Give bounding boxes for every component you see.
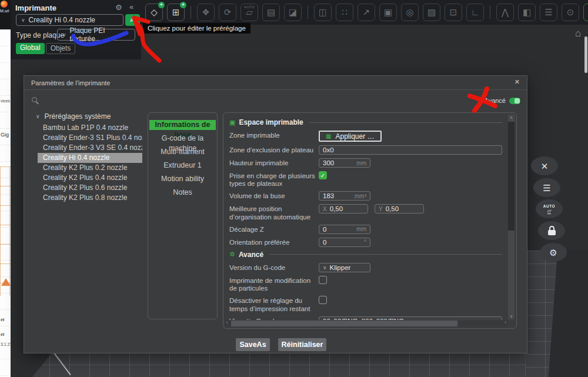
settings-tab-g-code-de-la-machine[interactable]: G-code de la machine <box>149 134 216 144</box>
setting-control: 300mm <box>319 158 502 168</box>
horizontal-scroll-thumb[interactable] <box>231 321 457 326</box>
plate-type-dropdown[interactable]: ∨ Plaque PEI texturée <box>57 29 135 41</box>
setting-label: Imprimante de modification de particules <box>229 276 319 292</box>
preset-item[interactable]: Creality K2 Plus 0.2 nozzle <box>38 163 142 173</box>
scroll-right-icon[interactable]: › <box>505 320 506 325</box>
field-value: 0 <box>323 239 326 246</box>
toolbar-layers-button[interactable]: ☰ <box>540 4 557 21</box>
preset-item[interactable]: Creality Ender-3 V3 SE 0.4 nozzle <box>38 143 142 153</box>
setting-label: Orientation préférée <box>229 238 319 246</box>
preset-group[interactable]: ∨ Préréglages système <box>32 111 156 123</box>
preset-item[interactable]: Creality K2 Plus 0.6 nozzle <box>38 183 142 193</box>
axis-field[interactable]: X0,50 <box>319 204 368 213</box>
toolbar-primitive-cylinder-button[interactable]: ◎ <box>401 4 419 21</box>
setting-control: 0x0 <box>319 145 502 155</box>
scroll-left-icon[interactable]: ‹ <box>226 320 228 325</box>
number-field[interactable]: 300mm <box>319 158 370 168</box>
settings-button[interactable]: ⚙ <box>540 243 567 262</box>
setting-row: Vignette G-code96x96/PNG, 300x300/PNG <box>229 316 502 320</box>
printer-settings-dialog: Paramètres de l’imprimante ✕ Avancé ∨ Pr… <box>24 75 527 353</box>
toolbar-fill-plate-button[interactable]: ∷ <box>336 4 353 21</box>
settings-tab-motion-ability[interactable]: Motion ability <box>149 174 216 184</box>
number-field[interactable]: 183mm³ <box>319 191 370 201</box>
settings-tab-multi-filament[interactable]: Multi-filament <box>149 147 216 157</box>
edit-preset-button[interactable]: ✎ <box>125 14 140 26</box>
save-as-button[interactable]: SaveAs <box>236 338 270 351</box>
tab-objets[interactable]: Objets <box>46 43 76 54</box>
preset-item[interactable]: Creality K2 Plus 0.8 nozzle <box>38 193 142 203</box>
toolbar-add-plate-button[interactable]: ⊞+ <box>167 4 185 21</box>
collapse-icon[interactable]: « <box>129 2 133 11</box>
apply-button[interactable]: ▦Appliquer … <box>319 131 382 142</box>
page-scrollbar[interactable] <box>584 36 587 73</box>
setting-label: Zone imprimable <box>229 131 319 139</box>
plate-list-button[interactable]: ☰ <box>533 178 560 197</box>
reset-button[interactable]: Réinitialiser <box>278 338 326 351</box>
toolbar-plate-settings-button[interactable]: ▣ <box>379 4 397 21</box>
section-title: Avancé <box>239 251 263 259</box>
home-view-icon[interactable]: ⌂ <box>575 28 581 39</box>
checkbox[interactable] <box>319 296 327 304</box>
plus-badge-icon: + <box>180 2 186 8</box>
settings-tab-extrudeur-1[interactable]: Extrudeur 1 <box>149 161 216 171</box>
scroll-down-icon[interactable]: ∨ <box>508 314 514 319</box>
settings-tab-notes[interactable]: Notes <box>149 188 216 198</box>
toolbar-scale-to-fit-button[interactable]: ↗ <box>358 4 375 21</box>
pencil-icon: ✎ <box>129 16 135 24</box>
toolbar-split-to-objects-button[interactable]: ▤ <box>262 4 280 21</box>
search-icon[interactable] <box>32 97 37 102</box>
horizontal-scrollbar[interactable]: ‹ › <box>225 321 507 326</box>
scroll-up-icon[interactable]: ∧ <box>508 115 514 120</box>
text-field[interactable]: 96x96/PNG, 300x300/PNG <box>319 316 502 320</box>
panel-title: Imprimante <box>15 4 56 12</box>
lock-button[interactable] <box>538 221 565 240</box>
axis-field[interactable]: Y0,50 <box>375 204 424 213</box>
text-field[interactable]: 0x0 <box>319 145 502 155</box>
toolbar-measure-button[interactable]: ∟ <box>466 4 484 21</box>
field-value: 0 <box>323 226 326 233</box>
number-field[interactable]: 0° <box>319 238 370 247</box>
setting-row: Décalage Z0mm <box>229 225 502 234</box>
settings-tab-informations-de-base[interactable]: Informations de base <box>149 120 216 130</box>
toolbar-seam-painting-button[interactable]: ◪ <box>284 4 302 21</box>
preset-item[interactable]: Bambu Lab P1P 0.4 nozzle <box>38 123 142 133</box>
dialog-titlebar[interactable]: Paramètres de l’imprimante ✕ <box>24 76 527 90</box>
plate-list-icon: ☰ <box>543 184 550 192</box>
toolbar-cut-button[interactable]: ◧ <box>518 4 536 21</box>
toolbar-arrange-button[interactable]: ❖ <box>197 4 215 21</box>
number-field[interactable]: 0mm <box>319 225 370 234</box>
toolbar-auto-arrange-button[interactable]: AUTO▱ <box>240 4 258 21</box>
vertical-scroll-thumb[interactable] <box>508 122 514 231</box>
toolbar-color-painting-button[interactable]: ⊙ <box>562 4 579 21</box>
tab-global[interactable]: Global <box>16 43 45 54</box>
build-plate[interactable] <box>29 352 553 377</box>
lock-icon <box>549 226 554 230</box>
preset-item[interactable]: Creality K2 Plus 0.4 nozzle <box>38 173 142 183</box>
toolbar-orient-button[interactable]: ⟳ <box>219 4 236 21</box>
color-painting-icon: ⊙ <box>567 8 574 16</box>
toolbar-split-plate-button[interactable]: ◫ <box>314 4 332 21</box>
gear-icon[interactable]: ⚙ <box>115 3 122 12</box>
checkbox[interactable]: ✓ <box>319 171 327 179</box>
close-button[interactable]: ✕ <box>531 156 558 175</box>
field-unit: mm <box>356 226 366 232</box>
toolbar-boolean-button[interactable]: ⊡ <box>445 4 462 21</box>
toolbar-text-tool-button[interactable]: A <box>583 4 588 21</box>
preset-item[interactable]: Creality Hi 0.4 nozzle <box>38 153 142 163</box>
toolbar-hatch-fill-button[interactable]: ▨ <box>423 4 440 21</box>
auto-orient-button[interactable]: AUTO▱ <box>536 199 563 218</box>
dialog-title: Paramètres de l’imprimante <box>31 79 111 86</box>
preset-item[interactable]: Creality Ender-3 S1 Plus 0.4 nozzle <box>38 133 142 143</box>
toolbar-add-model-button[interactable]: ◇+ <box>145 4 163 21</box>
settings-tab-panel: Informations de baseG-code de la machine… <box>148 112 218 319</box>
vertical-scrollbar[interactable]: ∧ ∨ <box>508 115 514 319</box>
toolbar-divider <box>490 6 490 19</box>
dropdown[interactable]: ∨Klipper <box>319 263 370 272</box>
close-icon[interactable]: ✕ <box>514 78 520 86</box>
printer-preset-dropdown[interactable]: ∨ Creality Hi 0.4 nozzle <box>16 14 123 26</box>
toolbar-support-painting-button[interactable]: ⋀ <box>496 4 514 21</box>
checkbox[interactable] <box>319 276 327 284</box>
advanced-toggle[interactable] <box>509 98 520 104</box>
setting-row: Zone imprimable▦Appliquer … <box>229 131 502 142</box>
setting-row: Hauteur imprimable300mm <box>229 158 502 168</box>
